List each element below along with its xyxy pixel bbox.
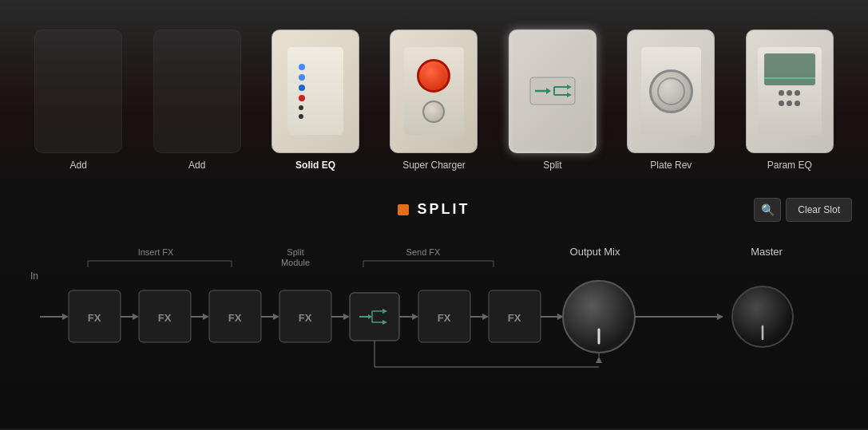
slot5-label: Split [543,160,561,171]
svg-marker-26 [133,314,139,320]
plugin-slot-1[interactable]: Add [24,30,133,171]
svg-text:Master: Master [751,246,783,258]
slot6-label: Plate Rev [650,160,692,171]
svg-marker-65 [596,357,602,363]
split-icon [529,71,577,111]
slot2-label: Add [188,160,205,171]
eq-dot-1 [299,64,305,70]
plugin-slot-param-eq[interactable]: Param EQ [735,30,844,171]
eq-dot-group [292,64,339,119]
plate-rev-knob [649,69,693,113]
param-eq-dots-2 [764,101,815,106]
bottom-panel: SPLIT 🔍 Clear Slot In Insert FX Split Mo… [0,191,868,428]
signal-flow-container: In Insert FX Split Module Send FX Output… [0,227,868,411]
eq-dot-4 [299,95,305,101]
param-eq-curve [764,77,815,79]
svg-marker-52 [482,314,489,320]
super-charger-thumb[interactable] [390,30,478,153]
orange-indicator [398,204,409,215]
plate-rev-inner-ring [657,77,685,105]
svg-text:FX: FX [299,312,312,324]
eq-dot-6 [299,114,303,119]
plugin-title: SPLIT [417,201,470,218]
param-eq-thumb[interactable] [746,30,834,153]
search-button[interactable]: 🔍 [754,198,781,222]
plate-rev-thumb[interactable] [627,30,715,153]
svg-marker-38 [343,314,350,320]
svg-text:FX: FX [508,312,521,324]
pq-dot-2 [787,90,792,96]
header-right: 🔍 Clear Slot [754,198,852,222]
svg-text:FX: FX [158,312,172,324]
svg-marker-22 [62,314,69,320]
svg-text:FX: FX [228,312,242,324]
split-thumb[interactable] [509,30,597,153]
slot4-label: Super Charger [402,160,466,171]
svg-marker-48 [412,314,418,320]
slot3-label: Solid EQ [295,160,335,171]
pq-dot-3 [795,90,800,96]
plugin-rack: Add Add Solid EQ [0,0,868,191]
svg-text:Insert FX: Insert FX [138,247,174,257]
param-eq-visual [758,47,822,135]
search-icon: 🔍 [761,203,775,216]
svg-text:FX: FX [88,312,101,324]
svg-text:Send FX: Send FX [406,247,441,257]
param-eq-graph [764,53,815,85]
plugin-slot-split[interactable]: Split [498,30,607,171]
svg-text:FX: FX [438,312,451,324]
slot1-label: Add [70,160,87,171]
pq-dot-1 [779,90,784,96]
svg-rect-39 [350,293,399,341]
split-visual [525,51,581,131]
sc-main-knob [417,59,450,93]
signal-flow-svg: In Insert FX Split Module Send FX Output… [0,227,868,411]
svg-marker-30 [203,314,209,320]
sc-visual [404,47,464,135]
plugin-slot-solid-eq[interactable]: Solid EQ [261,30,370,171]
svg-text:Module: Module [281,258,310,267]
pq-dot-5 [787,101,792,106]
plugin-slot-2[interactable]: Add [142,30,251,171]
eq-dot-2 [299,74,305,81]
plugin-slot-plate-rev[interactable]: Plate Rev [616,30,725,171]
pq-dot-6 [795,101,800,106]
solid-eq-thumb[interactable] [271,30,359,153]
pq-dot-4 [779,101,784,106]
eq-dot-5 [299,105,303,110]
title-area: SPLIT [398,201,470,218]
bottom-header: SPLIT 🔍 Clear Slot [0,191,868,227]
plugin-slot-super-charger[interactable]: Super Charger [379,30,488,171]
svg-text:Split: Split [287,247,303,257]
slot7-label: Param EQ [767,160,812,171]
svg-text:In: In [30,270,38,282]
svg-marker-60 [717,314,723,320]
svg-marker-34 [273,314,279,320]
svg-text:Output Mix: Output Mix [570,246,620,258]
empty-thumb-2[interactable] [153,30,241,153]
empty-thumb-1[interactable] [34,30,122,153]
clear-slot-button[interactable]: Clear Slot [786,198,852,222]
plate-rev-visual [641,47,701,135]
solid-eq-visual [287,47,343,135]
param-eq-dots [764,90,815,96]
sc-small-knob [422,101,445,123]
eq-dot-3 [299,85,305,91]
